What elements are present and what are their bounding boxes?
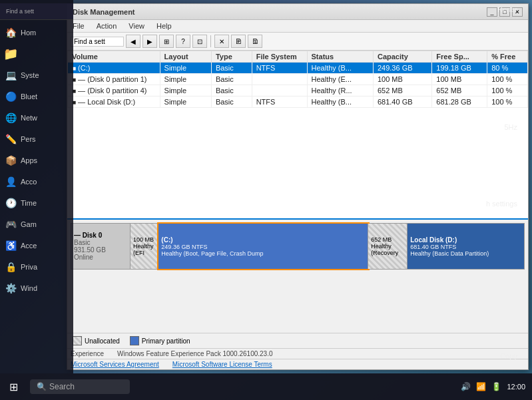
col-header-status[interactable]: Status xyxy=(307,51,373,63)
time-icon: 🕐 xyxy=(4,196,17,210)
col-header-free[interactable]: Free Sp... xyxy=(432,51,487,63)
experience-value: Windows Feature Experience Pack 1000.261… xyxy=(117,350,272,357)
sidebar-item-network[interactable]: 🌐 Netw xyxy=(0,108,73,127)
cell-filesystem xyxy=(252,74,307,85)
minimize-button[interactable]: _ xyxy=(487,7,497,17)
help-button[interactable]: ? xyxy=(176,35,190,48)
table-row[interactable]: ■ — Local Disk (D:) Simple Basic NTFS He… xyxy=(68,97,528,108)
partition-c-status: Healthy (Boot, Page File, Crash Dump xyxy=(161,250,365,257)
accessibility-icon: ♿ xyxy=(4,239,17,252)
sidebar-label-privacy: Priva xyxy=(21,263,37,271)
disk-partitions-0: 100 MB Healthy (EFI (C:) 249.36 GB NTFS … xyxy=(131,223,525,270)
sidebar-label-system: Syste xyxy=(21,71,39,79)
cell-capacity: 681.40 GB xyxy=(373,97,431,108)
copy-label: Copy xyxy=(500,352,517,360)
sidebar-item-folder[interactable]: 📁 xyxy=(0,45,73,63)
col-header-volume[interactable]: Volume xyxy=(68,51,160,63)
services-agreement-link[interactable]: Microsoft Services Agreement xyxy=(71,361,159,368)
sidebar-item-time[interactable]: 🕐 Time xyxy=(0,194,73,212)
partition-d-name: Local Disk (D:) xyxy=(410,236,521,244)
window-title: Disk Management xyxy=(73,8,135,16)
toolbar: ◀ ▶ ⊞ ? ⊡ ✕ 🖹 🖺 xyxy=(67,33,528,51)
cell-type: Basic xyxy=(211,74,252,85)
icon2-button[interactable]: 🖺 xyxy=(248,35,262,48)
sidebar-apps: 🏠 Hom 📁 💻 Syste 🔵 Bluet 🌐 Netw ✏️ Pe xyxy=(0,20,73,301)
cell-status: Healthy (B... xyxy=(307,63,373,74)
sidebar-label-home: Hom xyxy=(21,29,36,37)
legend-color-primary xyxy=(130,336,139,345)
sidebar-item-accounts[interactable]: 👤 Acco xyxy=(0,172,73,191)
taskbar-search[interactable]: 🔍 Search xyxy=(30,379,130,394)
col-header-filesystem[interactable]: File System xyxy=(252,51,307,63)
table-row[interactable]: ■ — (Disk 0 partition 4) Simple Basic He… xyxy=(68,85,528,97)
sidebar-item-bluetooth[interactable]: 🔵 Bluet xyxy=(0,87,73,106)
license-terms-link[interactable]: Microsoft Software License Terms xyxy=(172,361,272,368)
taskbar-sound-icon[interactable]: 🔊 xyxy=(461,382,471,391)
sidebar-item-personalization[interactable]: ✏️ Pers xyxy=(0,130,73,148)
status-bar-links: Microsoft Services Agreement Microsoft S… xyxy=(67,359,528,369)
menu-action[interactable]: Action xyxy=(95,21,119,31)
sidebar-item-apps[interactable]: 📦 Apps xyxy=(0,151,73,170)
sidebar-item-system[interactable]: 💻 Syste xyxy=(0,66,73,85)
cell-filesystem: NTFS xyxy=(252,63,307,74)
forward-button[interactable]: ▶ xyxy=(142,35,157,48)
view-button[interactable]: ⊞ xyxy=(159,35,174,48)
taskbar-wifi-icon[interactable]: 📶 xyxy=(476,382,486,391)
cell-pct: 100 % xyxy=(487,97,528,108)
table-row[interactable]: ■ — (Disk 0 partition 1) Simple Basic He… xyxy=(68,74,528,85)
volume-list[interactable]: Volume Layout Type File System Status Ca… xyxy=(67,51,528,220)
col-header-pct[interactable]: % Free xyxy=(487,51,528,63)
partition-recovery[interactable]: 652 MB Healthy (Recovery xyxy=(368,224,407,269)
partition-d[interactable]: Local Disk (D:) 681.40 GB NTFS Healthy (… xyxy=(407,224,524,269)
disk-diagram: — Disk 0 Basic 931.50 GB Online 100 MB H… xyxy=(67,220,528,333)
sidebar-label-personalization: Pers xyxy=(21,135,36,143)
partition-efi[interactable]: 100 MB Healthy (EFI xyxy=(131,224,158,269)
cell-layout: Simple xyxy=(160,85,211,97)
cell-type: Basic xyxy=(211,85,252,97)
sidebar-label-time: Time xyxy=(21,199,37,207)
cell-volume: ■ — (Disk 0 partition 1) xyxy=(68,74,160,85)
system-icon: 💻 xyxy=(4,69,17,82)
toolbar-separator xyxy=(210,35,211,47)
taskbar-battery-icon[interactable]: 🔋 xyxy=(491,382,501,391)
search-icon: 🔍 xyxy=(37,382,47,391)
sidebar-label-accounts: Acco xyxy=(21,178,37,186)
menu-view[interactable]: View xyxy=(127,21,146,31)
legend-label-unallocated: Unallocated xyxy=(85,337,120,345)
partition-c[interactable]: (C:) 249.36 GB NTFS Healthy (Boot, Page … xyxy=(158,224,368,269)
rename-label: Renar xyxy=(497,5,517,13)
back-button[interactable]: ◀ xyxy=(126,35,140,48)
legend-label-primary: Primary partition xyxy=(142,337,190,345)
sidebar-item-find[interactable]: Find a sett xyxy=(2,5,71,17)
sidebar-item-home[interactable]: 🏠 Hom xyxy=(0,23,73,42)
sidebar-item-privacy[interactable]: 🔒 Priva xyxy=(0,258,73,276)
sidebar-item-gaming[interactable]: 🎮 Gam xyxy=(0,215,73,234)
partition-d-size: 681.40 GB NTFS xyxy=(410,244,521,250)
col-header-layout[interactable]: Layout xyxy=(160,51,211,63)
table-row[interactable]: ■ (C:) Simple Basic NTFS Healthy (B... 2… xyxy=(68,63,528,74)
delete-button[interactable]: ✕ xyxy=(214,35,229,48)
menu-help[interactable]: Help xyxy=(154,21,174,31)
volume-table: Volume Layout Type File System Status Ca… xyxy=(67,51,528,108)
partition-d-status: Healthy (Basic Data Partition) xyxy=(410,250,521,257)
col-header-capacity[interactable]: Capacity xyxy=(373,51,431,63)
partition-recovery-size: 652 MB xyxy=(371,236,404,243)
cell-status: Healthy (R... xyxy=(307,85,373,97)
cell-status: Healthy (B... xyxy=(307,97,373,108)
sidebar-item-windows[interactable]: ⚙️ Wind xyxy=(0,279,73,298)
partition-c-size: 249.36 GB NTFS xyxy=(161,244,365,250)
sidebar-item-accessibility[interactable]: ♿ Acce xyxy=(0,236,73,255)
start-button[interactable]: ⊞ xyxy=(0,373,27,400)
action-button[interactable]: ⊡ xyxy=(192,35,207,48)
col-header-type[interactable]: Type xyxy=(211,51,252,63)
disk-row-0: — Disk 0 Basic 931.50 GB Online 100 MB H… xyxy=(71,223,525,270)
cell-layout: Simple xyxy=(160,63,211,74)
cell-free: 652 MB xyxy=(432,85,487,97)
cell-layout: Simple xyxy=(160,97,211,108)
legend-primary: Primary partition xyxy=(130,336,190,345)
home-icon: 🏠 xyxy=(4,26,17,39)
taskbar-time: 12:00 xyxy=(507,383,525,391)
icon1-button[interactable]: 🖹 xyxy=(231,35,246,48)
find-input[interactable] xyxy=(71,37,124,47)
folder-icon: 📁 xyxy=(4,47,17,61)
